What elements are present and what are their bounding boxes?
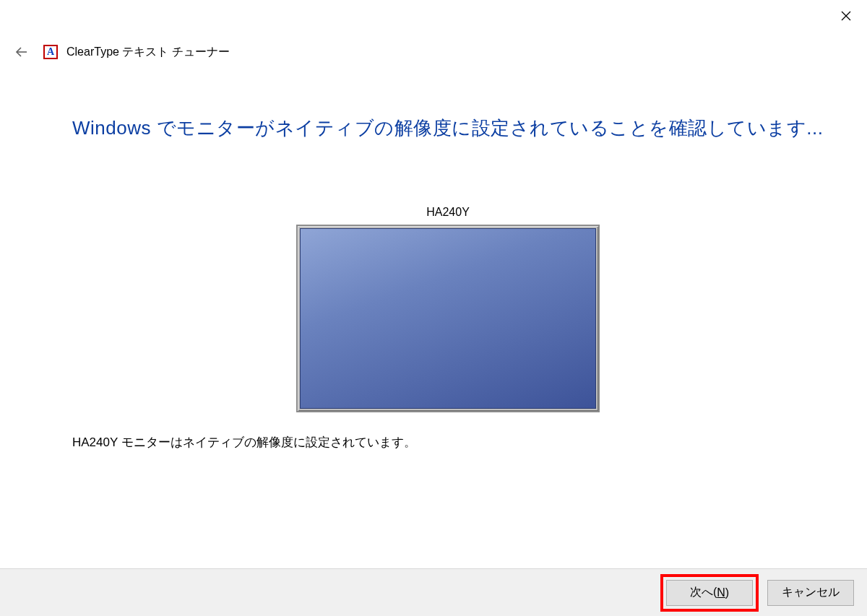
next-button-mnemonic: N (717, 586, 725, 599)
next-button[interactable]: 次へ(N) (666, 580, 753, 606)
next-button-label-prefix: 次へ( (690, 585, 717, 600)
content-area: Windows でモニターがネイティブの解像度に設定されていることを確認していま… (72, 116, 824, 451)
titlebar (0, 0, 867, 35)
monitor-thumbnail[interactable] (296, 225, 600, 412)
cancel-button[interactable]: キャンセル (767, 580, 854, 606)
back-arrow-icon (14, 45, 29, 59)
monitor-name-label: HA240Y (426, 206, 470, 219)
resolution-status-text: HA240Y モニターはネイティブの解像度に設定されています。 (72, 434, 416, 451)
app-icon-letter: A (47, 47, 54, 57)
header: A ClearType テキスト チューナー (13, 43, 854, 61)
close-icon (841, 11, 851, 21)
close-button[interactable] (829, 4, 863, 27)
next-button-label-suffix: ) (725, 586, 729, 599)
page-heading: Windows でモニターがネイティブの解像度に設定されていることを確認していま… (72, 116, 824, 141)
back-button[interactable] (13, 43, 30, 61)
next-button-highlight: 次へ(N) (660, 574, 759, 612)
app-icon: A (43, 45, 58, 59)
monitor-area: HA240Y HA240Y モニターはネイティブの解像度に設定されています。 (72, 206, 824, 451)
footer-bar: 次へ(N) キャンセル (0, 568, 867, 616)
monitor-screen-icon (300, 228, 596, 409)
app-title: ClearType テキスト チューナー (66, 45, 230, 60)
